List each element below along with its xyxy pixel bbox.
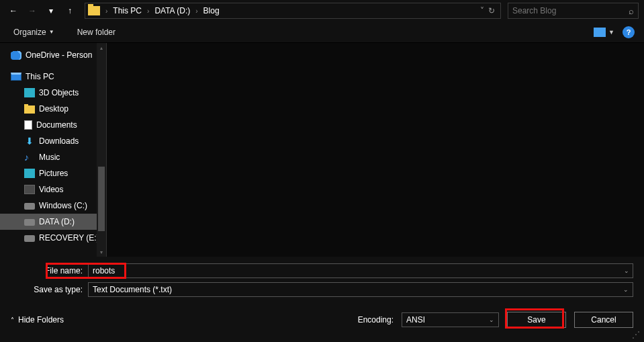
tree-item-recovery-e[interactable]: RECOVERY (E:) <box>0 230 106 246</box>
tree-label: Windows (C:) <box>39 201 87 210</box>
view-icon <box>594 28 606 37</box>
nav-up-button[interactable]: ↑ <box>62 3 78 19</box>
tree-item-desktop[interactable]: Desktop <box>0 101 106 117</box>
chevron-down-icon: ⌄ <box>489 316 494 323</box>
tree-label: Videos <box>39 185 63 194</box>
chevron-down-icon[interactable]: ⌄ <box>624 267 629 274</box>
pc-icon <box>11 73 21 81</box>
tree-item-3d-objects[interactable]: 3D Objects <box>0 85 106 101</box>
encoding-value: ANSI <box>406 315 425 325</box>
tree-label: Desktop <box>39 104 68 114</box>
tree-label: 3D Objects <box>39 88 79 97</box>
saveastype-value: Text Documents (*.txt) <box>93 285 172 294</box>
tree-item-videos[interactable]: Videos <box>0 181 106 198</box>
toolbar: Organize ▼ New folder ▼ ? <box>0 22 644 43</box>
tree-label: Documents <box>36 120 77 130</box>
organize-button[interactable]: Organize ▼ <box>9 25 58 40</box>
folder-icon <box>24 105 35 114</box>
tree-label: Music <box>39 153 60 162</box>
chevron-right-icon: › <box>104 7 109 15</box>
download-icon: ⬇ <box>24 136 35 146</box>
nav-forward-button[interactable]: → <box>24 3 40 19</box>
breadcrumb-data-d[interactable]: DATA (D:) <box>150 6 194 15</box>
breadcrumb-blog[interactable]: Blog <box>199 6 224 15</box>
music-icon: ♪ <box>24 153 35 162</box>
tree-item-downloads[interactable]: ⬇Downloads <box>0 133 106 149</box>
search-input[interactable] <box>512 6 629 15</box>
cancel-button[interactable]: Cancel <box>574 312 633 328</box>
saveastype-select[interactable]: Text Documents (*.txt) ⌄ <box>88 282 633 297</box>
chevron-right-icon: › <box>146 7 150 15</box>
view-options-button[interactable]: ▼ <box>594 28 614 37</box>
filename-input[interactable] <box>88 263 633 278</box>
nav-recent-button[interactable]: ▾ <box>43 3 59 19</box>
save-button[interactable]: Save <box>507 312 566 328</box>
documents-icon <box>24 120 32 130</box>
tree-label: Pictures <box>39 169 68 178</box>
nav-back-button[interactable]: ← <box>5 3 21 19</box>
chevron-down-icon: ▼ <box>49 29 54 35</box>
drive-icon <box>24 203 35 210</box>
breadcrumb[interactable]: › This PC › DATA (D:) › Blog ˅ ↻ <box>85 3 501 19</box>
tree-item-documents[interactable]: Documents <box>0 117 106 133</box>
drive-icon <box>24 219 35 226</box>
refresh-icon[interactable]: ↻ <box>488 6 495 15</box>
chevron-down-icon: ⌄ <box>623 286 629 293</box>
encoding-select[interactable]: ANSI ⌄ <box>402 312 499 327</box>
nav-tree: OneDrive - Person This PC 3D Objects Des… <box>0 43 106 257</box>
address-dropdown-icon[interactable]: ˅ <box>480 6 484 15</box>
scroll-thumb[interactable] <box>98 167 105 231</box>
save-form: File name: ⌄ Save as type: Text Document… <box>0 257 644 305</box>
tree-item-pictures[interactable]: Pictures <box>0 165 106 181</box>
saveastype-label: Save as type: <box>11 285 88 294</box>
hide-folders-button[interactable]: ˄ Hide Folders <box>11 315 64 325</box>
search-icon[interactable]: ⌕ <box>629 6 634 16</box>
organize-label: Organize <box>13 28 46 37</box>
encoding-label: Encoding: <box>358 315 394 325</box>
address-bar-row: ← → ▾ ↑ › This PC › DATA (D:) › Blog ˅ ↻… <box>0 0 644 22</box>
tree-label: This PC <box>26 72 54 81</box>
tree-label: DATA (D:) <box>39 217 75 226</box>
chevron-up-icon: ˄ <box>11 316 14 324</box>
tree-onedrive[interactable]: OneDrive - Person <box>0 47 106 63</box>
help-icon[interactable]: ? <box>623 26 635 38</box>
chevron-down-icon: ▼ <box>608 29 614 36</box>
breadcrumb-this-pc[interactable]: This PC <box>109 6 146 15</box>
tree-this-pc[interactable]: This PC <box>0 69 106 85</box>
scroll-up-icon[interactable]: ▴ <box>97 43 106 52</box>
chevron-right-icon: › <box>194 7 199 15</box>
tree-label: Downloads <box>39 136 79 146</box>
scroll-down-icon[interactable]: ▾ <box>97 247 106 257</box>
hide-folders-label: Hide Folders <box>18 315 64 325</box>
tree-item-music[interactable]: ♪Music <box>0 149 106 165</box>
filename-label: File name: <box>11 266 88 275</box>
dialog-footer: ˄ Hide Folders Encoding: ANSI ⌄ Save Can… <box>0 305 644 335</box>
tree-item-windows-c[interactable]: Windows (C:) <box>0 198 106 214</box>
videos-icon <box>24 185 35 194</box>
tree-scrollbar[interactable]: ▴ ▾ <box>97 43 106 257</box>
onedrive-icon <box>11 50 21 60</box>
pictures-icon <box>24 169 35 178</box>
3d-icon <box>24 88 35 97</box>
folder-icon <box>88 6 100 15</box>
file-list-pane[interactable] <box>106 43 644 257</box>
main-area: OneDrive - Person This PC 3D Objects Des… <box>0 43 644 257</box>
drive-icon <box>24 235 35 242</box>
tree-label: OneDrive - Person <box>26 50 92 60</box>
search-field[interactable]: ⌕ <box>508 3 639 19</box>
tree-label: RECOVERY (E:) <box>39 233 99 243</box>
resize-grip-icon[interactable]: ⋰ <box>632 330 640 339</box>
new-folder-button[interactable]: New folder <box>73 25 120 40</box>
tree-item-data-d[interactable]: DATA (D:) <box>0 214 106 230</box>
